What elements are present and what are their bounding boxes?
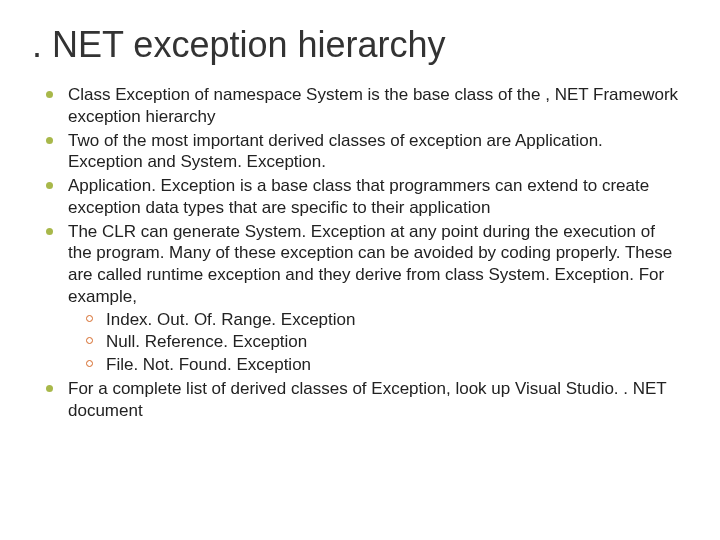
bullet-icon <box>46 137 53 144</box>
sub-bullet-list: Index. Out. Of. Range. Exception Null. R… <box>82 309 680 376</box>
list-item: For a complete list of derived classes o… <box>40 378 680 422</box>
bullet-icon <box>46 91 53 98</box>
list-item: Index. Out. Of. Range. Exception <box>82 309 680 331</box>
sub-bullet-icon <box>86 337 93 344</box>
bullet-text: For a complete list of derived classes o… <box>68 379 666 420</box>
sub-bullet-text: Index. Out. Of. Range. Exception <box>106 310 355 329</box>
bullet-text: Class Exception of namespace System is t… <box>68 85 678 126</box>
bullet-text: The CLR can generate System. Exception a… <box>68 222 672 306</box>
bullet-list: Class Exception of namespace System is t… <box>40 84 680 421</box>
bullet-text: Application. Exception is a base class t… <box>68 176 649 217</box>
list-item: Null. Reference. Exception <box>82 331 680 353</box>
sub-bullet-icon <box>86 360 93 367</box>
slide: . NET exception hierarchy Class Exceptio… <box>0 0 720 540</box>
list-item: File. Not. Found. Exception <box>82 354 680 376</box>
sub-bullet-icon <box>86 315 93 322</box>
list-item: Class Exception of namespace System is t… <box>40 84 680 128</box>
bullet-icon <box>46 228 53 235</box>
bullet-text: Two of the most important derived classe… <box>68 131 603 172</box>
list-item: Application. Exception is a base class t… <box>40 175 680 219</box>
list-item: The CLR can generate System. Exception a… <box>40 221 680 376</box>
bullet-icon <box>46 385 53 392</box>
page-title: . NET exception hierarchy <box>32 24 680 66</box>
sub-bullet-text: Null. Reference. Exception <box>106 332 307 351</box>
bullet-icon <box>46 182 53 189</box>
list-item: Two of the most important derived classe… <box>40 130 680 174</box>
sub-bullet-text: File. Not. Found. Exception <box>106 355 311 374</box>
